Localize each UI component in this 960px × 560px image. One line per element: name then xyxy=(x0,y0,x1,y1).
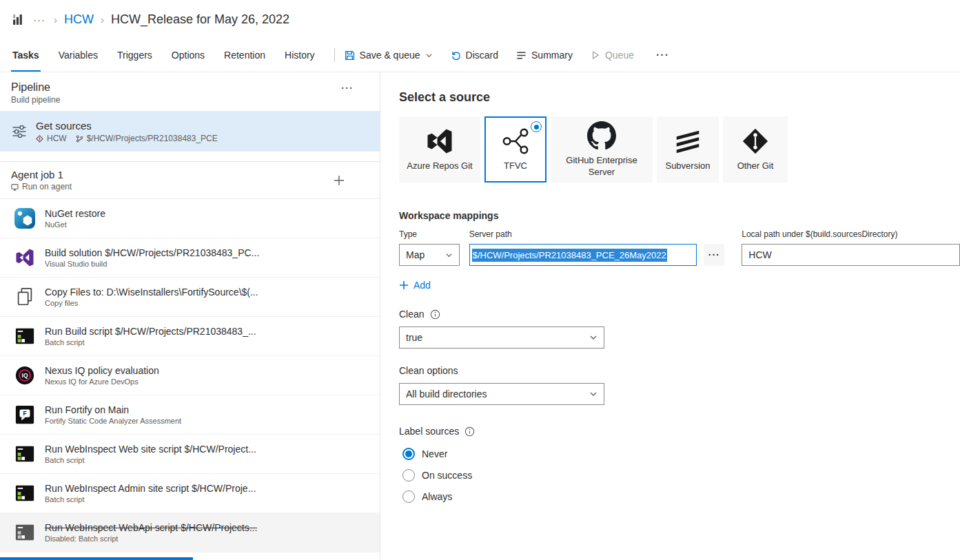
breadcrumb-separator: › xyxy=(54,14,57,25)
discard-label: Discard xyxy=(466,50,498,61)
task-row-run-build-script[interactable]: Run Build script $/HCW/Projects/PR210384… xyxy=(0,317,380,356)
tfvc-icon xyxy=(501,127,530,156)
chevron-down-icon xyxy=(589,333,598,342)
queue-button[interactable]: Queue xyxy=(591,50,634,61)
source-tile-label: Subversion xyxy=(665,160,710,172)
svg-text:F: F xyxy=(23,410,26,417)
undo-icon xyxy=(451,50,461,61)
agent-job-subtitle: Run on agent xyxy=(11,182,329,191)
clean-options-select-value: All build directories xyxy=(406,388,487,400)
chevron-down-icon xyxy=(445,251,453,259)
task-title: Copy Files to: D:\WiseInstallers\Fortify… xyxy=(45,287,258,298)
breadcrumb-ellipsis-button[interactable]: ··· xyxy=(32,12,47,27)
server-path-selected-text: $/HCW/Projects/PR21038483_PCE_26May2022 xyxy=(472,249,667,262)
tab-retention[interactable]: Retention xyxy=(214,39,275,72)
summary-label: Summary xyxy=(531,50,573,61)
workspace-mappings-heading: Workspace mappings xyxy=(399,210,960,221)
source-tile-subversion[interactable]: Subversion xyxy=(657,116,719,183)
agent-job-item[interactable]: Agent job 1 Run on agent xyxy=(0,161,380,199)
add-mapping-button[interactable]: Add xyxy=(399,280,431,291)
clean-options-label-row: Clean options xyxy=(399,365,960,376)
task-title: NuGet restore xyxy=(45,208,105,219)
source-tiles: Azure Repos Git TFVC GitHub Enterprise S… xyxy=(399,116,960,183)
save-and-queue-button[interactable]: Save & queue xyxy=(345,50,433,61)
task-row-webinspect-web[interactable]: Run WebInspect Web site script $/HCW/Pro… xyxy=(0,435,380,474)
pipeline-more-button[interactable]: ··· xyxy=(337,81,358,94)
get-sources-repo: HCW xyxy=(47,134,67,143)
task-title: Run Build script $/HCW/Projects/PR210384… xyxy=(45,326,256,337)
tab-tasks[interactable]: Tasks xyxy=(3,39,49,72)
plus-icon xyxy=(399,280,409,290)
breadcrumb-separator: › xyxy=(101,14,104,25)
task-row-webinspect-admin[interactable]: Run WebInspect Admin site script $/HCW/P… xyxy=(0,474,380,513)
tab-triggers[interactable]: Triggers xyxy=(108,39,162,72)
tab-variables[interactable]: Variables xyxy=(49,39,108,72)
tab-command-bar: Tasks Variables Triggers Options Retenti… xyxy=(0,39,960,72)
task-subtitle: Visual Studio build xyxy=(45,260,259,268)
radio-dot xyxy=(402,490,415,503)
server-path-label: Server path xyxy=(469,229,697,239)
radio-label: On success xyxy=(422,470,472,481)
selected-radio-badge xyxy=(531,121,542,132)
save-and-queue-label: Save & queue xyxy=(360,50,420,61)
batch-script-icon xyxy=(14,521,36,543)
azure-repos-icon xyxy=(425,127,454,156)
tab-options[interactable]: Options xyxy=(162,39,214,72)
type-select-value: Map xyxy=(406,249,425,260)
git-icon xyxy=(741,127,770,156)
source-tile-github-enterprise[interactable]: GitHub Enterprise Server xyxy=(551,116,653,183)
fortify-icon: F xyxy=(14,404,36,426)
clean-select[interactable]: true xyxy=(399,326,604,349)
toolbar-more-button[interactable]: ··· xyxy=(652,48,673,62)
summary-button[interactable]: Summary xyxy=(516,50,573,61)
svg-text:IQ: IQ xyxy=(22,372,28,379)
type-label: Type xyxy=(399,229,460,239)
tab-history[interactable]: History xyxy=(275,39,325,72)
task-title: Run WebInspect Admin site script $/HCW/P… xyxy=(45,483,256,494)
info-icon[interactable] xyxy=(464,426,475,437)
radio-never[interactable]: Never xyxy=(402,448,960,460)
agent-job-subtitle-text: Run on agent xyxy=(22,182,72,191)
horizontal-scrollbar-thumb[interactable] xyxy=(0,557,193,560)
task-title: Run WebInspect Web site script $/HCW/Pro… xyxy=(45,444,256,455)
get-sources-item[interactable]: Get sources HCW $/HCW/Projects/PR2103848… xyxy=(0,112,380,152)
type-select[interactable]: Map xyxy=(399,244,460,266)
breadcrumb-project-link[interactable]: HCW xyxy=(64,12,94,27)
discard-button[interactable]: Discard xyxy=(451,50,498,61)
chevron-down-icon xyxy=(589,390,598,398)
source-tile-azure-repos-git[interactable]: Azure Repos Git xyxy=(399,116,480,183)
source-settings-panel: Select a source Azure Repos Git TFVC xyxy=(380,72,960,560)
task-row-build-solution[interactable]: Build solution $/HCW/Projects/PR21038483… xyxy=(0,238,380,278)
source-tile-tfvc[interactable]: TFVC xyxy=(484,116,547,183)
task-row-copy-files[interactable]: Copy Files to: D:\WiseInstallers\Fortify… xyxy=(0,278,380,317)
server-path-browse-button[interactable]: ··· xyxy=(704,244,724,266)
pipeline-editor-window: ··· › HCW › HCW_Release for May 26, 2022… xyxy=(0,0,960,560)
batch-script-icon xyxy=(14,482,36,504)
panel-gap xyxy=(0,152,380,161)
workspace-mapping-row: Type Map Server path $/HCW/Projects/PR21… xyxy=(399,229,960,266)
task-row-run-fortify[interactable]: F Run Fortify on Main Fortify Static Cod… xyxy=(0,395,380,435)
clean-select-value: true xyxy=(406,332,422,343)
clean-label: Clean xyxy=(399,309,425,320)
local-path-input[interactable] xyxy=(742,244,960,266)
server-path-input[interactable]: $/HCW/Projects/PR21038483_PCE_26May2022 xyxy=(469,244,697,266)
radio-always[interactable]: Always xyxy=(402,490,960,503)
collection-icon xyxy=(12,13,25,25)
radio-on-success[interactable]: On success xyxy=(402,469,960,481)
play-icon xyxy=(591,50,600,60)
task-row-nuget-restore[interactable]: NuGet restore NuGet xyxy=(0,199,380,238)
radio-label: Always xyxy=(422,491,452,502)
info-icon[interactable] xyxy=(430,309,440,320)
clean-label-row: Clean xyxy=(399,309,960,320)
task-row-webinspect-webapi-disabled[interactable]: Run WebInspect WebApi script $/HCW/Proje… xyxy=(0,513,380,552)
pipeline-tree-panel: Pipeline Build pipeline ··· Get sources … xyxy=(0,72,380,560)
tab-strip: Tasks Variables Triggers Options Retenti… xyxy=(3,39,325,72)
source-tile-other-git[interactable]: Other Git xyxy=(723,116,788,183)
pipeline-header: Pipeline Build pipeline ··· xyxy=(0,72,380,112)
source-tile-label: Azure Repos Git xyxy=(407,160,472,172)
add-task-button[interactable] xyxy=(329,174,349,187)
select-source-heading: Select a source xyxy=(399,90,960,105)
clean-options-select[interactable]: All build directories xyxy=(399,383,604,405)
page-title: HCW_Release for May 26, 2022 xyxy=(111,12,289,27)
task-row-nexus-iq[interactable]: IQ Nexus IQ policy evaluation Nexus IQ f… xyxy=(0,356,380,395)
